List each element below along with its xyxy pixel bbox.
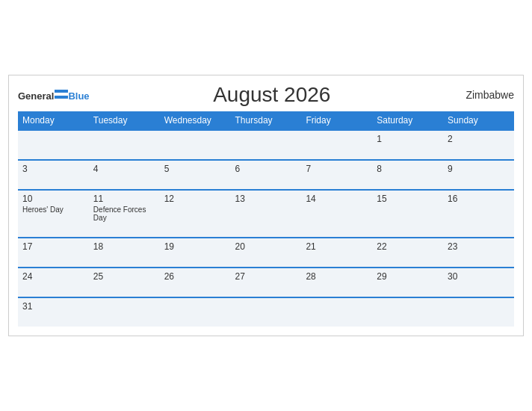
calendar-thead: MondayTuesdayWednesdayThursdayFridaySatu… [18,111,514,130]
day-number: 3 [22,164,84,174]
calendar-cell: 19 [160,238,231,268]
calendar: General Blue August 2026 Zimbabwe Monday… [8,75,524,336]
weekday-header-sunday: Sunday [443,111,514,130]
day-number: 16 [448,194,510,204]
day-number: 17 [22,241,84,252]
calendar-week-row: 17181920212223 [18,238,514,268]
calendar-cell: 20 [231,238,302,268]
calendar-country: Zimbabwe [454,89,514,101]
calendar-cell: 9 [443,160,514,190]
calendar-week-row: 12 [18,130,514,160]
logo-flag-icon [55,90,68,100]
calendar-cell: 18 [89,238,160,268]
calendar-cell [231,130,302,160]
day-number: 7 [306,164,368,174]
calendar-cell: 8 [372,160,443,190]
calendar-cell: 4 [89,160,160,190]
day-number: 22 [377,241,439,252]
day-number: 14 [306,194,368,204]
calendar-cell: 21 [301,238,372,268]
calendar-title: August 2026 [90,83,454,107]
calendar-cell: 24 [18,268,89,297]
calendar-cell: 26 [160,268,231,297]
weekday-header-monday: Monday [18,111,89,130]
day-number: 19 [164,241,226,252]
calendar-cell [301,297,372,327]
svg-rect-1 [55,93,68,96]
calendar-cell: 29 [372,268,443,297]
day-number: 1 [377,134,439,144]
day-number: 26 [164,271,226,282]
calendar-cell [89,130,160,160]
calendar-cell: 16 [443,190,514,238]
calendar-cell [372,297,443,327]
calendar-week-row: 10Heroes' Day11Defence Forces Day1213141… [18,190,514,238]
calendar-cell: 25 [89,268,160,297]
day-number: 11 [93,194,155,204]
calendar-cell: 22 [372,238,443,268]
calendar-cell: 13 [231,190,302,238]
calendar-cell [231,297,302,327]
weekday-header-row: MondayTuesdayWednesdayThursdayFridaySatu… [18,111,514,130]
calendar-cell: 15 [372,190,443,238]
calendar-cell [160,297,231,327]
calendar-cell: 23 [443,238,514,268]
calendar-cell [160,130,231,160]
event-label: Heroes' Day [22,206,84,214]
day-number: 8 [377,164,439,174]
calendar-cell: 17 [18,238,89,268]
day-number: 20 [235,241,297,252]
calendar-cell: 2 [443,130,514,160]
calendar-cell [18,130,89,160]
day-number: 27 [235,271,297,282]
weekday-header-thursday: Thursday [231,111,302,130]
weekday-header-friday: Friday [301,111,372,130]
calendar-cell: 3 [18,160,89,190]
calendar-week-row: 24252627282930 [18,268,514,297]
logo: General Blue [18,90,90,101]
day-number: 24 [22,271,84,282]
day-number: 12 [164,194,226,204]
calendar-cell [89,297,160,327]
svg-rect-2 [55,96,68,99]
calendar-cell: 31 [18,297,89,327]
calendar-table: MondayTuesdayWednesdayThursdayFridaySatu… [18,111,514,327]
calendar-header: General Blue August 2026 Zimbabwe [18,83,514,107]
calendar-cell: 6 [231,160,302,190]
weekday-header-saturday: Saturday [372,111,443,130]
calendar-cell: 30 [443,268,514,297]
day-number: 6 [235,164,297,174]
calendar-week-row: 31 [18,297,514,327]
event-label: Defence Forces Day [93,206,155,222]
calendar-cell: 5 [160,160,231,190]
calendar-cell [443,297,514,327]
day-number: 9 [448,164,510,174]
day-number: 29 [377,271,439,282]
day-number: 23 [448,241,510,252]
day-number: 2 [448,134,510,144]
day-number: 30 [448,271,510,282]
day-number: 21 [306,241,368,252]
logo-blue-text: Blue [68,91,89,101]
calendar-cell: 11Defence Forces Day [89,190,160,238]
calendar-cell: 1 [372,130,443,160]
day-number: 5 [164,164,226,174]
calendar-cell: 28 [301,268,372,297]
day-number: 25 [93,271,155,282]
calendar-cell [301,130,372,160]
calendar-cell: 14 [301,190,372,238]
day-number: 18 [93,241,155,252]
logo-general-text: General [18,91,54,101]
calendar-cell: 12 [160,190,231,238]
calendar-cell: 27 [231,268,302,297]
day-number: 4 [93,164,155,174]
day-number: 28 [306,271,368,282]
svg-rect-0 [55,90,68,93]
day-number: 10 [22,194,84,204]
day-number: 13 [235,194,297,204]
calendar-tbody: 12345678910Heroes' Day11Defence Forces D… [18,130,514,327]
calendar-week-row: 3456789 [18,160,514,190]
calendar-cell: 10Heroes' Day [18,190,89,238]
day-number: 15 [377,194,439,204]
day-number: 31 [22,301,84,312]
